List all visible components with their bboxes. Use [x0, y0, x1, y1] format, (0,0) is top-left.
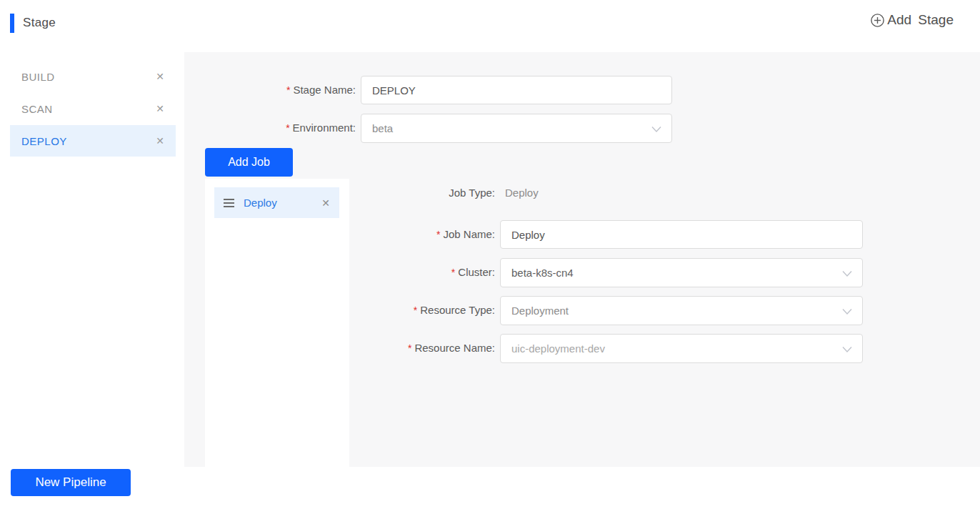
colon: :	[492, 342, 495, 354]
job-name-input[interactable]	[500, 220, 863, 249]
chevron-down-icon	[842, 305, 852, 317]
colon: :	[492, 266, 495, 278]
chevron-down-icon	[651, 122, 661, 134]
chevron-down-icon	[842, 342, 852, 355]
job-name-label: *Job Name:	[324, 220, 495, 249]
environment-select-value: beta	[372, 122, 393, 134]
required-marker: *	[414, 305, 417, 316]
required-marker: *	[286, 84, 290, 96]
colon: :	[353, 84, 356, 96]
close-icon[interactable]: ✕	[156, 104, 164, 114]
cluster-select-value: beta-k8s-cn4	[511, 267, 574, 279]
required-marker: *	[286, 122, 289, 134]
stage-name-input[interactable]	[361, 76, 672, 104]
cluster-label: *Cluster:	[324, 258, 495, 287]
environment-label: *Environment:	[184, 114, 356, 142]
chevron-down-icon	[842, 267, 852, 279]
add-stage-button[interactable]: Add Stage	[870, 12, 954, 28]
resource-name-label: *Resource Name:	[324, 334, 495, 362]
resource-name-select[interactable]: uic-deployment-dev	[500, 334, 863, 363]
sidebar-item-label: BUILD	[21, 71, 55, 83]
job-tab-deploy[interactable]: Deploy ✕	[214, 187, 339, 218]
job-tab-label: Deploy	[244, 197, 321, 209]
sidebar-item-build[interactable]: BUILD ✕	[10, 61, 176, 92]
resource-type-select-value: Deployment	[511, 305, 569, 317]
add-job-button[interactable]: Add Job	[205, 148, 293, 177]
colon: :	[492, 187, 495, 199]
new-pipeline-button[interactable]: New Pipeline	[11, 469, 131, 496]
sidebar-item-label: SCAN	[21, 103, 53, 115]
close-icon[interactable]: ✕	[156, 136, 164, 146]
resource-type-label: *Resource Type:	[324, 296, 495, 325]
required-marker: *	[408, 342, 411, 354]
job-type-label: Job Type:	[324, 179, 495, 207]
colon: :	[492, 304, 495, 316]
stage-name-label: *Stage Name:	[184, 76, 356, 104]
title-accent-bar	[10, 14, 14, 33]
sidebar-item-scan[interactable]: SCAN ✕	[10, 93, 176, 124]
required-marker: *	[436, 229, 440, 240]
drag-handle-icon[interactable]	[224, 199, 234, 207]
sidebar-item-deploy[interactable]: DEPLOY ✕	[10, 125, 176, 157]
environment-select[interactable]: beta	[361, 114, 672, 143]
page-title: Stage	[23, 16, 56, 30]
resource-name-select-value: uic-deployment-dev	[511, 342, 605, 355]
add-stage-label: Add Stage	[887, 12, 954, 28]
colon: :	[353, 122, 356, 134]
add-circle-icon	[870, 13, 885, 28]
cluster-select[interactable]: beta-k8s-cn4	[500, 258, 863, 287]
stage-detail-panel: *Stage Name: *Environment: beta Add Job …	[184, 52, 980, 467]
job-type-value: Deploy	[505, 179, 539, 207]
colon: :	[492, 228, 495, 240]
sidebar-item-label: DEPLOY	[21, 135, 67, 147]
resource-type-select[interactable]: Deployment	[500, 296, 863, 325]
required-marker: *	[451, 267, 455, 278]
close-icon[interactable]: ✕	[156, 71, 164, 81]
